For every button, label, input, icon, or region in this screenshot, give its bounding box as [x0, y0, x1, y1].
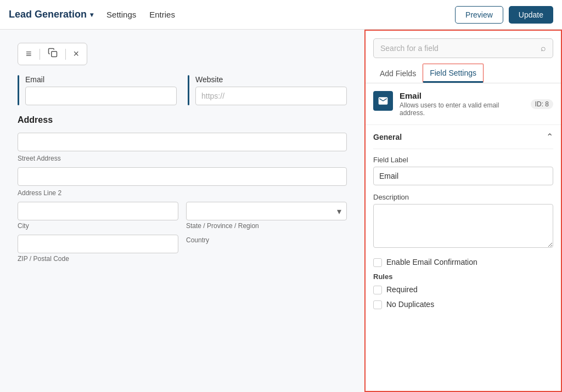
main-content: ≡ × Email Website Address: [0, 30, 562, 392]
website-field-col: Website: [188, 75, 347, 105]
state-select[interactable]: [186, 202, 347, 220]
website-label: Website: [195, 75, 347, 84]
preview-button[interactable]: Preview: [455, 6, 503, 24]
email-input[interactable]: [25, 87, 177, 105]
search-icon: ⌕: [541, 43, 546, 53]
field-toolbar: ≡ ×: [18, 43, 87, 65]
toolbar-separator-2: [65, 49, 66, 60]
required-checkbox[interactable]: [373, 286, 382, 294]
no-duplicates-label: No Duplicates: [386, 300, 434, 309]
enable-email-confirmation-label: Enable Email Confirmation: [386, 258, 477, 266]
tab-field-settings[interactable]: Field Settings: [423, 64, 484, 83]
search-bar-wrap: ⌕: [366, 31, 561, 64]
state-label: State / Province / Region: [186, 222, 259, 230]
field-info-desc: Allows users to enter a valid email addr…: [400, 101, 524, 117]
street-address-label: Street Address: [18, 155, 61, 162]
city-state-row: City State / Province / Region: [18, 202, 347, 230]
field-label-label: Field Label: [373, 156, 553, 164]
city-input[interactable]: [18, 202, 178, 220]
general-section-header[interactable]: General ⌃: [373, 125, 553, 149]
state-col: State / Province / Region: [186, 202, 347, 230]
street-address-input[interactable]: [18, 133, 347, 151]
field-id-badge: ID: 8: [531, 99, 553, 109]
address-section: Address Street Address Address Line 2 Ci…: [18, 115, 347, 263]
no-duplicates-checkbox[interactable]: [373, 300, 382, 309]
address-line2-input[interactable]: [18, 167, 347, 186]
required-row: Required: [373, 285, 553, 294]
field-label-input[interactable]: [373, 167, 553, 185]
required-label: Required: [386, 285, 418, 294]
chevron-up-icon: ⌃: [546, 132, 553, 142]
no-duplicates-row: No Duplicates: [373, 300, 553, 309]
search-bar: ⌕: [373, 38, 553, 58]
nav-settings-link[interactable]: Settings: [106, 8, 136, 21]
enable-email-confirmation-checkbox[interactable]: [373, 258, 382, 267]
city-col: City: [18, 202, 178, 230]
address-section-title: Address: [18, 115, 347, 125]
address-line2-label: Address Line 2: [18, 189, 61, 197]
state-select-wrapper: [186, 202, 347, 220]
street-address-row: Street Address: [18, 133, 347, 163]
zip-input[interactable]: [18, 235, 178, 253]
zip-country-row: ZIP / Postal Code Country: [18, 235, 347, 263]
svg-rect-0: [51, 52, 57, 57]
general-section: General ⌃ Field Label Description Enable…: [366, 125, 561, 321]
settings-form: Field Label Description Enable Email Con…: [373, 149, 553, 321]
field-info-name: Email: [400, 91, 524, 100]
website-input[interactable]: [195, 87, 347, 105]
update-button[interactable]: Update: [509, 6, 553, 24]
zip-label: ZIP / Postal Code: [18, 255, 69, 263]
nav-right: Preview Update: [455, 6, 553, 24]
panel-tabs: Add Fields Field Settings: [366, 64, 561, 83]
rules-label: Rules: [373, 272, 553, 281]
email-website-row: Email Website: [18, 75, 347, 105]
canvas-area: ≡ × Email Website Address: [0, 30, 364, 392]
city-label: City: [18, 222, 29, 230]
address-line2-row: Address Line 2: [18, 167, 347, 197]
general-label: General: [373, 133, 402, 141]
description-textarea[interactable]: [373, 204, 553, 248]
duplicate-icon[interactable]: [48, 48, 58, 60]
brand-title-text: Lead Generation: [9, 9, 87, 20]
toolbar-separator: [40, 49, 40, 60]
delete-icon[interactable]: ×: [74, 48, 80, 60]
zip-col: ZIP / Postal Code: [18, 235, 178, 263]
description-label: Description: [373, 193, 553, 201]
field-info-wrap: Email Allows users to enter a valid emai…: [366, 83, 561, 125]
top-nav: Lead Generation ▾ Settings Entries Previ…: [0, 0, 562, 30]
brand-chevron-icon: ▾: [90, 11, 93, 19]
right-panel: ⌕ Add Fields Field Settings Email Allows…: [364, 30, 562, 392]
nav-left: Lead Generation ▾ Settings Entries: [9, 8, 175, 21]
enable-email-confirmation-row: Enable Email Confirmation: [373, 258, 553, 267]
field-info-text: Email Allows users to enter a valid emai…: [400, 91, 524, 117]
reorder-icon[interactable]: ≡: [26, 48, 32, 60]
country-col: Country: [186, 235, 347, 263]
field-type-icon: [373, 91, 393, 111]
country-label: Country: [186, 236, 209, 244]
email-label: Email: [25, 75, 177, 84]
brand-title[interactable]: Lead Generation ▾: [9, 9, 93, 20]
nav-entries-link[interactable]: Entries: [149, 8, 175, 21]
tab-add-fields[interactable]: Add Fields: [373, 64, 423, 83]
search-input[interactable]: [380, 44, 536, 53]
email-field-col: Email: [18, 75, 177, 105]
